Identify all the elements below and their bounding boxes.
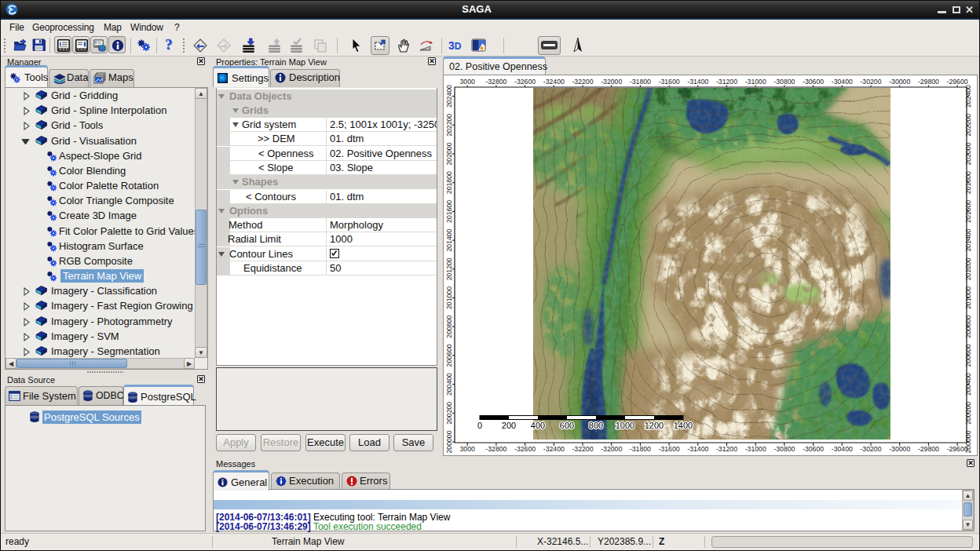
- svg-text:-30800: -30800: [773, 445, 795, 453]
- svg-text:200400: 200400: [445, 373, 453, 396]
- svg-text:201400: 201400: [445, 228, 453, 251]
- svg-text:200: 200: [502, 421, 516, 430]
- svg-text:3000: 3000: [460, 445, 475, 453]
- svg-text:-31000: -31000: [745, 78, 766, 86]
- svg-text:-31600: -31600: [659, 78, 680, 86]
- svg-text:-30000: -30000: [889, 78, 910, 86]
- svg-text:-32200: -32200: [572, 78, 593, 86]
- svg-text:-29800: -29800: [918, 445, 939, 453]
- svg-text:600: 600: [560, 421, 574, 430]
- svg-text:-31400: -31400: [687, 78, 708, 86]
- svg-text:202200: 202200: [445, 114, 453, 137]
- svg-text:-30200: -30200: [860, 78, 881, 86]
- svg-text:-30200: -30200: [860, 445, 881, 453]
- svg-text:400: 400: [531, 421, 545, 430]
- svg-text:0: 0: [477, 421, 482, 430]
- svg-text:-32200: -32200: [572, 445, 593, 453]
- svg-text:-30600: -30600: [803, 445, 824, 453]
- svg-text:201200: 201200: [445, 257, 453, 280]
- svg-text:1000: 1000: [616, 421, 634, 430]
- svg-text:1200: 1200: [645, 421, 664, 430]
- svg-text:-31200: -31200: [716, 445, 737, 453]
- svg-text:3000: 3000: [460, 78, 475, 86]
- svg-text:-32400: -32400: [543, 78, 565, 86]
- svg-text:200000: 200000: [445, 430, 453, 453]
- svg-text:-30400: -30400: [832, 445, 853, 453]
- svg-text:-31800: -31800: [630, 445, 651, 453]
- svg-text:-31400: -31400: [687, 445, 708, 453]
- svg-text:-32600: -32600: [514, 78, 536, 86]
- svg-text:200600: 200600: [445, 344, 453, 367]
- svg-text:-32600: -32600: [514, 445, 536, 453]
- svg-text:-30600: -30600: [803, 78, 824, 86]
- svg-text:-30400: -30400: [832, 78, 853, 86]
- svg-text:-29600: -29600: [947, 78, 968, 86]
- svg-text:-32800: -32800: [485, 445, 506, 453]
- svg-text:-32000: -32000: [601, 78, 622, 86]
- svg-text:-29800: -29800: [918, 78, 939, 86]
- svg-text:201600: 201600: [445, 200, 453, 223]
- svg-text:-31600: -31600: [659, 445, 680, 453]
- svg-text:-30000: -30000: [889, 445, 910, 453]
- svg-text:1400: 1400: [674, 421, 693, 430]
- svg-text:-31800: -31800: [630, 78, 651, 86]
- svg-text:-32000: -32000: [601, 445, 622, 453]
- svg-text:202000: 202000: [445, 142, 453, 165]
- svg-text:202400: 202400: [445, 85, 453, 108]
- svg-text:-32800: -32800: [485, 78, 506, 86]
- svg-text:200800: 200800: [445, 316, 453, 338]
- svg-text:201000: 201000: [445, 286, 453, 309]
- svg-text:-30800: -30800: [773, 78, 795, 86]
- svg-text:201800: 201800: [445, 171, 453, 194]
- svg-text:-31200: -31200: [716, 78, 737, 86]
- svg-text:-31000: -31000: [745, 445, 766, 453]
- svg-text:800: 800: [589, 421, 603, 430]
- svg-text:200200: 200200: [445, 402, 453, 425]
- svg-text:-32400: -32400: [543, 445, 565, 453]
